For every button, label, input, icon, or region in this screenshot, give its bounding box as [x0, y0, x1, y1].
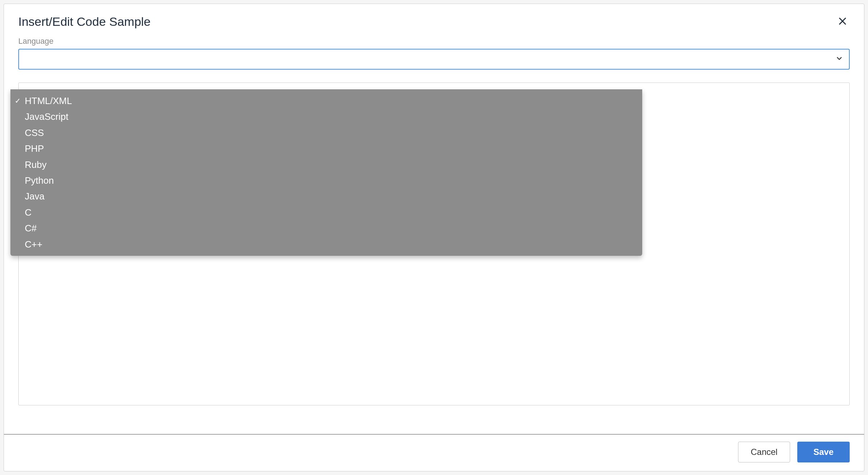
language-option-label: JavaScript	[25, 110, 638, 123]
language-option-javascript[interactable]: JavaScript	[10, 109, 642, 124]
language-dropdown: ✓ HTML/XML JavaScript CSS PHP Ruby Pytho…	[10, 89, 642, 256]
language-option-c[interactable]: C	[10, 204, 642, 220]
language-option-label: C#	[25, 222, 638, 235]
language-label: Language	[18, 37, 850, 46]
save-button[interactable]: Save	[797, 442, 850, 462]
language-option-label: C	[25, 206, 638, 219]
language-option-label: CSS	[25, 126, 638, 139]
check-icon: ✓	[15, 96, 25, 106]
dialog-title: Insert/Edit Code Sample	[18, 15, 151, 29]
language-select-wrapper	[18, 49, 850, 70]
language-option-label: Java	[25, 190, 638, 203]
language-option-label: Ruby	[25, 158, 638, 171]
language-option-label: HTML/XML	[25, 94, 638, 107]
language-option-html-xml[interactable]: ✓ HTML/XML	[10, 93, 642, 109]
language-option-csharp[interactable]: C#	[10, 220, 642, 236]
language-option-label: C++	[25, 238, 638, 251]
language-option-php[interactable]: PHP	[10, 141, 642, 156]
dialog-header: Insert/Edit Code Sample	[4, 4, 864, 37]
language-option-css[interactable]: CSS	[10, 125, 642, 141]
dialog-footer: Cancel Save	[4, 434, 864, 471]
language-option-java[interactable]: Java	[10, 188, 642, 204]
language-select[interactable]	[18, 49, 850, 70]
language-option-cpp[interactable]: C++	[10, 236, 642, 252]
cancel-button[interactable]: Cancel	[738, 442, 790, 462]
code-sample-dialog: Insert/Edit Code Sample Language	[4, 4, 864, 471]
language-option-label: PHP	[25, 142, 638, 155]
close-button[interactable]	[835, 14, 850, 29]
language-option-python[interactable]: Python	[10, 173, 642, 188]
language-option-ruby[interactable]: Ruby	[10, 157, 642, 173]
language-option-label: Python	[25, 174, 638, 187]
close-icon	[837, 16, 848, 27]
